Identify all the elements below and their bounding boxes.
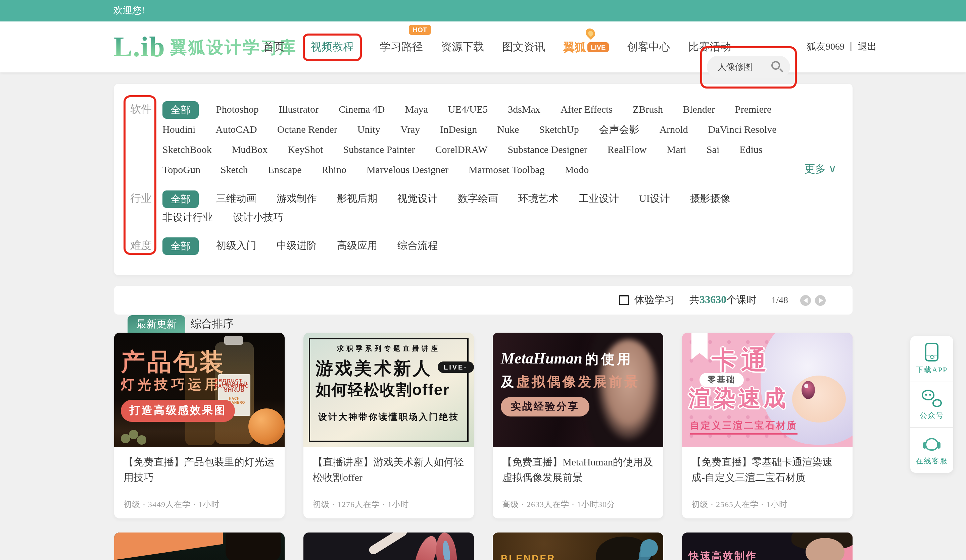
software-tag[interactable]: Enscape xyxy=(268,164,302,175)
industry-tag[interactable]: 非设计行业 xyxy=(163,212,213,223)
industry-tag[interactable]: 数字绘画 xyxy=(458,193,498,204)
course-card-partial[interactable]: 快速高效制作 xyxy=(682,532,853,560)
course-title[interactable]: 【直播讲座】游戏美术新人如何轻松收割offer xyxy=(313,455,466,486)
course-title[interactable]: 【免费直播】MetaHuman的使用及虚拟偶像发展前景 xyxy=(502,455,655,486)
tab-sort[interactable]: 综合排序 xyxy=(191,315,233,332)
software-tag[interactable]: AutoCAD xyxy=(215,124,257,135)
annotation-box-nav-video[interactable]: 视频教程 xyxy=(303,33,362,61)
difficulty-tag-all[interactable]: 全部 xyxy=(163,238,199,255)
nav-home[interactable]: 首页 xyxy=(263,40,285,54)
tab-latest[interactable]: 最新更新 xyxy=(128,315,185,332)
software-tag-all[interactable]: 全部 xyxy=(163,102,199,119)
industry-tag[interactable]: 工业设计 xyxy=(579,193,619,204)
nav-resources[interactable]: 资源下载 xyxy=(441,40,484,54)
nav-learning-path[interactable]: 学习路径 HOT xyxy=(380,40,423,54)
software-tag[interactable]: MudBox xyxy=(232,144,268,155)
software-tag[interactable]: Cinema 4D xyxy=(338,104,385,115)
industry-tag[interactable]: 设计小技巧 xyxy=(233,212,283,223)
software-tag[interactable]: 会声会影 xyxy=(599,124,639,135)
prev-page-button[interactable] xyxy=(800,295,811,306)
difficulty-tag[interactable]: 中级进阶 xyxy=(277,240,317,251)
software-tag[interactable]: CorelDRAW xyxy=(435,144,488,155)
software-tag[interactable]: 3dsMax xyxy=(508,104,540,115)
software-tag[interactable]: Modo xyxy=(565,164,589,175)
software-tag[interactable]: KeyShot xyxy=(288,144,323,155)
difficulty-tag[interactable]: 综合流程 xyxy=(398,240,438,251)
course-card[interactable]: MetaHuman的使用 及虚拟偶像发展前景 实战经验分享 【免费直播】Meta… xyxy=(493,332,663,518)
software-tag[interactable]: Octane Render xyxy=(277,124,337,135)
software-tag[interactable]: Vray xyxy=(401,124,420,135)
course-cover[interactable]: 卡通 零基础 渲染速成 自定义三渲二宝石材质 xyxy=(682,332,853,447)
software-tag[interactable]: UE4/UE5 xyxy=(448,104,488,115)
software-tag[interactable]: Nuke xyxy=(497,124,519,135)
download-app-button[interactable]: 下载APP xyxy=(910,336,953,382)
industry-tag[interactable]: 游戏制作 xyxy=(277,193,317,204)
software-tag[interactable]: Premiere xyxy=(735,104,771,115)
nav-maker-center[interactable]: 创客中心 xyxy=(627,40,670,54)
software-tag[interactable]: InDesign xyxy=(440,124,477,135)
software-tag[interactable]: Marmoset Toolbag xyxy=(468,164,545,175)
course-title[interactable]: 【免费直播】产品包装里的灯光运用技巧 xyxy=(123,455,277,486)
software-tag[interactable]: Substance Designer xyxy=(508,144,587,155)
anime-face xyxy=(792,376,846,422)
search-box[interactable] xyxy=(707,56,790,79)
software-tag[interactable]: SketchUp xyxy=(539,124,579,135)
course-card-partial[interactable] xyxy=(304,532,474,560)
industry-tag[interactable]: 影视后期 xyxy=(337,193,377,204)
software-tag[interactable]: Houdini xyxy=(163,124,196,135)
industry-tag[interactable]: 摄影摄像 xyxy=(690,193,730,204)
logout-link[interactable]: 退出 xyxy=(858,41,877,53)
course-card[interactable]: 卡通 零基础 渲染速成 自定义三渲二宝石材质 【免费直播】零基础卡通渲染速成-自… xyxy=(682,332,853,518)
trial-label[interactable]: 体验学习 xyxy=(634,294,675,306)
software-tag[interactable]: SketchBook xyxy=(163,144,212,155)
software-row-1: 全部 PhotoshopIllustratorCinema 4DMayaUE4/… xyxy=(163,99,792,120)
software-tag[interactable]: Blender xyxy=(683,104,715,115)
software-tag[interactable]: ZBrush xyxy=(633,104,663,115)
course-card[interactable]: 求职季系列专题直播讲座 游戏美术新人LIVE· 如何轻松收割offer 设计大神… xyxy=(304,332,474,518)
nav-articles[interactable]: 图文资讯 xyxy=(502,40,545,54)
cover-subline: 灯光技巧运用 xyxy=(121,376,222,394)
software-tag[interactable]: Maya xyxy=(405,104,428,115)
course-cover[interactable]: MetaHuman的使用 及虚拟偶像发展前景 实战经验分享 xyxy=(493,332,663,447)
software-tag[interactable]: Photoshop xyxy=(216,104,259,115)
poster-shape xyxy=(641,539,658,557)
course-title[interactable]: 【免费直播】零基础卡通渲染速成-自定义三渲二宝石材质 xyxy=(692,455,844,486)
course-card-partial[interactable]: BLENDER xyxy=(493,532,663,560)
software-tag[interactable]: DaVinci Resolve xyxy=(708,124,777,135)
difficulty-tag[interactable]: 初级入门 xyxy=(216,240,256,251)
software-tag[interactable]: Arnold xyxy=(660,124,688,135)
software-tag[interactable]: Marvelous Designer xyxy=(366,164,449,175)
more-link[interactable]: 更多 ∨ xyxy=(805,159,836,179)
course-cover[interactable]: TWISTED SHRUB HACH HABANERO 产品包装 灯光技巧运用 … xyxy=(114,332,285,447)
search-icon[interactable] xyxy=(771,61,784,73)
industry-tag[interactable]: 三维动画 xyxy=(216,193,256,204)
software-tag[interactable]: Edius xyxy=(739,144,762,155)
industry-tag[interactable]: 环境艺术 xyxy=(518,193,559,204)
software-tag[interactable]: TopoGun xyxy=(163,164,200,175)
online-service-button[interactable]: 在线客服 xyxy=(910,427,953,473)
software-tag[interactable]: Mari xyxy=(667,144,687,155)
username[interactable]: 狐友9069 xyxy=(807,41,844,53)
industry-tag-all[interactable]: 全部 xyxy=(163,191,199,208)
nav-live[interactable]: 翼狐 LIVE xyxy=(563,39,609,55)
software-tag[interactable]: RealFlow xyxy=(608,144,647,155)
course-card-partial[interactable] xyxy=(114,532,285,560)
course-card[interactable]: TWISTED SHRUB HACH HABANERO 产品包装 灯光技巧运用 … xyxy=(114,332,285,518)
industry-tag[interactable]: 视觉设计 xyxy=(398,193,438,204)
search-input[interactable] xyxy=(718,62,766,72)
software-tag[interactable]: After Effects xyxy=(560,104,613,115)
software-tag[interactable]: Sketch xyxy=(220,164,248,175)
software-tag[interactable]: Rhino xyxy=(322,164,347,175)
industry-tag[interactable]: UI设计 xyxy=(639,193,670,204)
trial-checkbox[interactable] xyxy=(619,295,629,305)
course-info: 【直播讲座】游戏美术新人如何轻松收割offer 初级 · 1276人在学 · 1… xyxy=(304,447,474,518)
wechat-official-button[interactable]: 公众号 xyxy=(910,382,953,427)
course-cover[interactable]: 求职季系列专题直播讲座 游戏美术新人LIVE· 如何轻松收割offer 设计大神… xyxy=(304,332,474,447)
software-tag[interactable]: Unity xyxy=(358,124,380,135)
software-tag[interactable]: Illustrator xyxy=(279,104,319,115)
software-tag[interactable]: Sai xyxy=(706,144,719,155)
software-tag[interactable]: Substance Painter xyxy=(343,144,415,155)
next-page-button[interactable] xyxy=(815,295,826,306)
difficulty-tag[interactable]: 高级应用 xyxy=(337,240,377,251)
user-divider: 丨 xyxy=(846,41,856,53)
